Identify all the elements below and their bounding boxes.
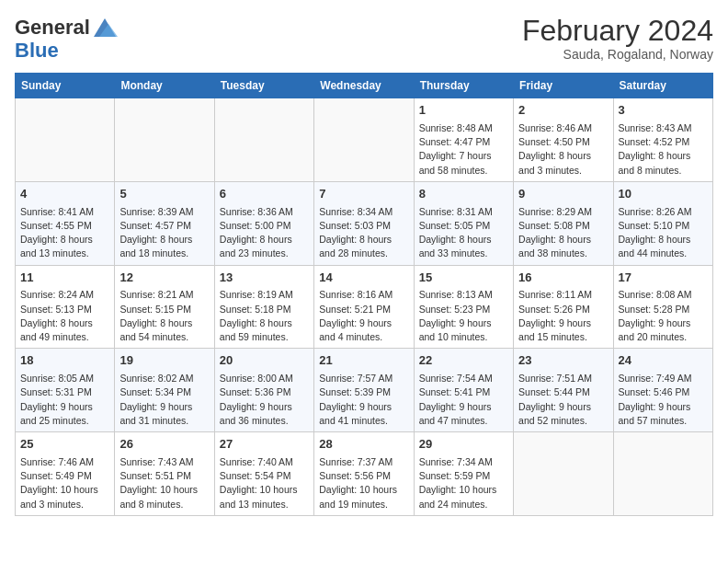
calendar-week-row: 25Sunrise: 7:46 AM Sunset: 5:49 PM Dayli… xyxy=(16,432,713,516)
day-number: 6 xyxy=(220,186,309,203)
day-info: Sunrise: 8:00 AM Sunset: 5:36 PM Dayligh… xyxy=(220,372,309,428)
day-info: Sunrise: 7:49 AM Sunset: 5:46 PM Dayligh… xyxy=(619,372,708,428)
day-info: Sunrise: 8:05 AM Sunset: 5:31 PM Dayligh… xyxy=(20,372,109,428)
calendar-cell xyxy=(613,432,712,516)
day-info: Sunrise: 8:41 AM Sunset: 4:55 PM Dayligh… xyxy=(20,205,109,261)
day-info: Sunrise: 8:29 AM Sunset: 5:08 PM Dayligh… xyxy=(518,205,608,261)
calendar-cell: 12Sunrise: 8:21 AM Sunset: 5:15 PM Dayli… xyxy=(115,265,214,349)
logo-general: General xyxy=(15,17,90,38)
calendar-header-row: SundayMondayTuesdayWednesdayThursdayFrid… xyxy=(16,74,713,98)
day-info: Sunrise: 8:02 AM Sunset: 5:34 PM Dayligh… xyxy=(119,372,209,428)
calendar-cell: 13Sunrise: 8:19 AM Sunset: 5:18 PM Dayli… xyxy=(214,265,313,349)
header: General Blue February 2024 Sauda, Rogala… xyxy=(15,15,713,62)
calendar-cell: 16Sunrise: 8:11 AM Sunset: 5:26 PM Dayli… xyxy=(514,265,613,349)
page-title: February 2024 xyxy=(522,15,713,47)
calendar-cell: 7Sunrise: 8:34 AM Sunset: 5:03 PM Daylig… xyxy=(314,181,414,265)
calendar-header-thursday: Thursday xyxy=(414,74,513,98)
calendar-header-saturday: Saturday xyxy=(613,74,712,98)
logo-blue: Blue xyxy=(15,39,59,62)
day-info: Sunrise: 8:26 AM Sunset: 5:10 PM Dayligh… xyxy=(619,205,708,261)
calendar-cell: 11Sunrise: 8:24 AM Sunset: 5:13 PM Dayli… xyxy=(16,265,115,349)
calendar-cell: 2Sunrise: 8:46 AM Sunset: 4:50 PM Daylig… xyxy=(514,98,613,182)
day-info: Sunrise: 8:31 AM Sunset: 5:05 PM Dayligh… xyxy=(419,205,508,261)
day-info: Sunrise: 8:08 AM Sunset: 5:28 PM Dayligh… xyxy=(619,288,708,344)
calendar-cell: 27Sunrise: 7:40 AM Sunset: 5:54 PM Dayli… xyxy=(214,432,313,516)
day-info: Sunrise: 7:40 AM Sunset: 5:54 PM Dayligh… xyxy=(220,455,309,511)
day-number: 18 xyxy=(20,352,109,370)
day-number: 10 xyxy=(619,186,708,203)
day-number: 7 xyxy=(319,186,408,203)
day-number: 16 xyxy=(518,270,608,287)
day-info: Sunrise: 7:57 AM Sunset: 5:39 PM Dayligh… xyxy=(319,372,408,428)
calendar-cell: 29Sunrise: 7:34 AM Sunset: 5:59 PM Dayli… xyxy=(414,432,513,516)
calendar-cell: 21Sunrise: 7:57 AM Sunset: 5:39 PM Dayli… xyxy=(314,349,414,432)
calendar-cell: 20Sunrise: 8:00 AM Sunset: 5:36 PM Dayli… xyxy=(214,349,313,432)
calendar-cell: 28Sunrise: 7:37 AM Sunset: 5:56 PM Dayli… xyxy=(314,432,414,516)
day-info: Sunrise: 8:21 AM Sunset: 5:15 PM Dayligh… xyxy=(119,288,209,344)
calendar-cell xyxy=(115,98,214,182)
logo: General Blue xyxy=(15,15,118,61)
calendar-cell: 5Sunrise: 8:39 AM Sunset: 4:57 PM Daylig… xyxy=(115,181,214,265)
calendar-cell: 1Sunrise: 8:48 AM Sunset: 4:47 PM Daylig… xyxy=(414,98,513,182)
day-number: 5 xyxy=(119,186,209,203)
day-info: Sunrise: 8:43 AM Sunset: 4:52 PM Dayligh… xyxy=(619,121,708,178)
calendar-cell: 25Sunrise: 7:46 AM Sunset: 5:49 PM Dayli… xyxy=(16,432,115,516)
day-number: 3 xyxy=(619,102,708,120)
calendar-cell: 22Sunrise: 7:54 AM Sunset: 5:41 PM Dayli… xyxy=(414,349,513,432)
day-info: Sunrise: 7:46 AM Sunset: 5:49 PM Dayligh… xyxy=(20,455,109,511)
calendar-header-wednesday: Wednesday xyxy=(314,74,414,98)
day-info: Sunrise: 7:37 AM Sunset: 5:56 PM Dayligh… xyxy=(319,455,408,511)
calendar-header-tuesday: Tuesday xyxy=(214,74,313,98)
day-number: 27 xyxy=(220,436,309,454)
day-info: Sunrise: 8:13 AM Sunset: 5:23 PM Dayligh… xyxy=(419,288,508,344)
day-info: Sunrise: 7:34 AM Sunset: 5:59 PM Dayligh… xyxy=(419,455,508,511)
calendar-cell: 18Sunrise: 8:05 AM Sunset: 5:31 PM Dayli… xyxy=(16,349,115,432)
day-info: Sunrise: 8:19 AM Sunset: 5:18 PM Dayligh… xyxy=(220,288,309,344)
calendar-cell: 3Sunrise: 8:43 AM Sunset: 4:52 PM Daylig… xyxy=(613,98,712,182)
calendar-cell xyxy=(214,98,313,182)
day-info: Sunrise: 8:16 AM Sunset: 5:21 PM Dayligh… xyxy=(319,288,408,344)
day-number: 4 xyxy=(20,186,109,203)
day-number: 24 xyxy=(619,352,708,370)
calendar-header-monday: Monday xyxy=(115,74,214,98)
calendar-cell: 14Sunrise: 8:16 AM Sunset: 5:21 PM Dayli… xyxy=(314,265,414,349)
day-info: Sunrise: 8:46 AM Sunset: 4:50 PM Dayligh… xyxy=(518,121,608,178)
day-info: Sunrise: 8:39 AM Sunset: 4:57 PM Dayligh… xyxy=(119,205,209,261)
day-info: Sunrise: 8:48 AM Sunset: 4:47 PM Dayligh… xyxy=(419,121,508,178)
day-number: 15 xyxy=(419,270,508,287)
day-number: 12 xyxy=(119,270,209,287)
day-info: Sunrise: 7:43 AM Sunset: 5:51 PM Dayligh… xyxy=(119,455,209,511)
day-number: 1 xyxy=(419,102,508,120)
calendar-cell: 4Sunrise: 8:41 AM Sunset: 4:55 PM Daylig… xyxy=(16,181,115,265)
calendar-header-friday: Friday xyxy=(514,74,613,98)
day-info: Sunrise: 8:11 AM Sunset: 5:26 PM Dayligh… xyxy=(518,288,608,344)
day-number: 20 xyxy=(220,352,309,370)
calendar-cell: 17Sunrise: 8:08 AM Sunset: 5:28 PM Dayli… xyxy=(613,265,712,349)
calendar-cell: 26Sunrise: 7:43 AM Sunset: 5:51 PM Dayli… xyxy=(115,432,214,516)
day-number: 28 xyxy=(319,436,408,454)
day-number: 14 xyxy=(319,270,408,287)
calendar-cell xyxy=(514,432,613,516)
calendar-cell: 9Sunrise: 8:29 AM Sunset: 5:08 PM Daylig… xyxy=(514,181,613,265)
day-number: 26 xyxy=(119,436,209,454)
calendar-week-row: 18Sunrise: 8:05 AM Sunset: 5:31 PM Dayli… xyxy=(16,349,713,432)
day-number: 22 xyxy=(419,352,508,370)
calendar-cell: 10Sunrise: 8:26 AM Sunset: 5:10 PM Dayli… xyxy=(613,181,712,265)
calendar-cell: 15Sunrise: 8:13 AM Sunset: 5:23 PM Dayli… xyxy=(414,265,513,349)
calendar-cell: 24Sunrise: 7:49 AM Sunset: 5:46 PM Dayli… xyxy=(613,349,712,432)
calendar-table: SundayMondayTuesdayWednesdayThursdayFrid… xyxy=(15,73,713,516)
calendar-cell xyxy=(314,98,414,182)
day-number: 11 xyxy=(20,270,109,287)
day-number: 25 xyxy=(20,436,109,454)
calendar-cell: 23Sunrise: 7:51 AM Sunset: 5:44 PM Dayli… xyxy=(514,349,613,432)
calendar-cell xyxy=(16,98,115,182)
day-number: 2 xyxy=(518,102,608,120)
day-info: Sunrise: 8:34 AM Sunset: 5:03 PM Dayligh… xyxy=(319,205,408,261)
day-info: Sunrise: 7:51 AM Sunset: 5:44 PM Dayligh… xyxy=(518,372,608,428)
day-info: Sunrise: 8:24 AM Sunset: 5:13 PM Dayligh… xyxy=(20,288,109,344)
logo-icon xyxy=(92,15,118,40)
calendar-week-row: 4Sunrise: 8:41 AM Sunset: 4:55 PM Daylig… xyxy=(16,181,713,265)
day-number: 9 xyxy=(518,186,608,203)
calendar-week-row: 11Sunrise: 8:24 AM Sunset: 5:13 PM Dayli… xyxy=(16,265,713,349)
day-number: 13 xyxy=(220,270,309,287)
